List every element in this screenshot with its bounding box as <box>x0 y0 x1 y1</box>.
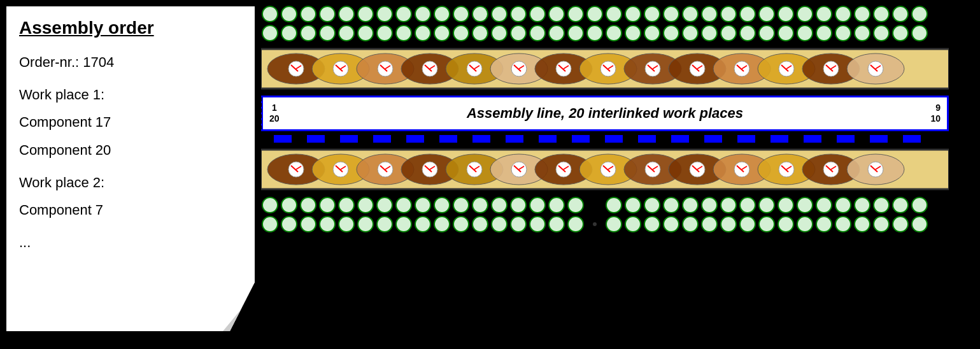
workplace2-label: Work place 2: <box>19 171 242 194</box>
svg-rect-143 <box>737 135 755 143</box>
svg-point-12 <box>377 6 392 22</box>
svg-point-0 <box>262 6 278 22</box>
svg-point-63 <box>855 25 870 41</box>
svg-point-11 <box>358 25 373 41</box>
svg-point-237 <box>530 217 545 232</box>
bottom-circles-svg <box>261 196 949 236</box>
svg-point-208 <box>262 197 278 213</box>
svg-rect-136 <box>506 135 523 143</box>
svg-point-248 <box>664 197 679 213</box>
svg-point-218 <box>358 197 373 213</box>
svg-point-213 <box>301 217 316 232</box>
svg-point-37 <box>606 25 621 41</box>
svg-point-55 <box>778 25 793 41</box>
svg-point-38 <box>625 6 641 22</box>
svg-rect-135 <box>472 135 490 143</box>
svg-rect-142 <box>704 135 722 143</box>
svg-point-275 <box>912 217 927 232</box>
svg-point-29 <box>530 25 545 41</box>
svg-point-13 <box>377 25 392 41</box>
svg-point-24 <box>492 6 507 22</box>
svg-point-40 <box>644 6 660 22</box>
svg-rect-147 <box>870 135 888 143</box>
svg-point-242 <box>606 197 621 213</box>
svg-point-230 <box>472 197 488 213</box>
svg-point-48 <box>721 6 736 22</box>
svg-point-264 <box>816 197 832 213</box>
svg-point-68 <box>912 6 927 22</box>
svg-point-28 <box>530 6 545 22</box>
svg-point-246 <box>644 197 660 213</box>
svg-point-233 <box>492 217 507 232</box>
workplace1-comp1: Component 17 <box>19 111 242 133</box>
svg-rect-134 <box>439 135 457 143</box>
svg-point-221 <box>377 217 392 232</box>
svg-point-238 <box>549 197 564 213</box>
blue-ticks-svg <box>261 135 949 143</box>
svg-point-51 <box>740 25 755 41</box>
svg-point-226 <box>434 197 450 213</box>
svg-point-47 <box>702 25 717 41</box>
svg-point-34 <box>587 6 602 22</box>
svg-point-54 <box>778 6 793 22</box>
svg-point-53 <box>759 25 774 41</box>
document-title: Assembly order <box>19 18 242 38</box>
band-number-right-bottom: 10 <box>930 113 941 124</box>
svg-point-69 <box>912 25 927 41</box>
svg-point-33 <box>568 25 583 41</box>
bottom-grid-rows <box>261 196 974 236</box>
svg-point-274 <box>912 197 927 213</box>
svg-point-227 <box>434 217 450 232</box>
svg-point-245 <box>625 217 641 232</box>
diagram-panel: 1 20 Assembly line, 20 interlinked work … <box>255 0 980 349</box>
svg-point-1 <box>262 25 278 41</box>
svg-point-270 <box>874 197 889 213</box>
svg-point-228 <box>453 197 469 213</box>
svg-point-65 <box>874 25 889 41</box>
svg-point-234 <box>511 197 526 213</box>
svg-point-61 <box>835 25 851 41</box>
svg-point-56 <box>797 6 813 22</box>
top-conveyor-svg <box>261 46 949 92</box>
svg-point-219 <box>358 217 373 232</box>
svg-point-260 <box>778 197 793 213</box>
svg-point-217 <box>339 217 354 232</box>
assembly-line-label: Assembly line, 20 interlinked work place… <box>286 105 925 122</box>
svg-point-23 <box>472 25 488 41</box>
svg-point-41 <box>644 25 660 41</box>
svg-point-5 <box>301 25 316 41</box>
svg-point-223 <box>396 217 411 232</box>
svg-point-42 <box>664 6 679 22</box>
top-circles-svg <box>261 5 949 42</box>
svg-point-265 <box>816 217 832 232</box>
svg-rect-131 <box>340 135 358 143</box>
svg-point-15 <box>396 25 411 41</box>
svg-point-244 <box>625 197 641 213</box>
svg-rect-146 <box>837 135 855 143</box>
svg-point-19 <box>434 25 450 41</box>
svg-point-45 <box>683 25 698 41</box>
svg-point-6 <box>320 6 335 22</box>
svg-point-263 <box>797 217 813 232</box>
svg-point-241 <box>568 217 583 232</box>
svg-point-60 <box>835 6 851 22</box>
svg-rect-138 <box>572 135 590 143</box>
svg-point-271 <box>874 217 889 232</box>
svg-point-27 <box>511 25 526 41</box>
top-conveyor <box>261 46 949 92</box>
svg-point-257 <box>740 217 755 232</box>
svg-point-3 <box>281 25 297 41</box>
svg-point-59 <box>816 25 832 41</box>
svg-point-25 <box>492 25 507 41</box>
svg-point-215 <box>320 217 335 232</box>
svg-rect-130 <box>307 135 325 143</box>
svg-point-261 <box>778 217 793 232</box>
svg-point-239 <box>549 217 564 232</box>
svg-point-2 <box>281 6 297 22</box>
svg-point-17 <box>415 25 430 41</box>
svg-point-247 <box>644 217 660 232</box>
svg-rect-133 <box>406 135 424 143</box>
document-panel: Assembly order Order-nr.: 1704 Work plac… <box>6 6 255 331</box>
svg-rect-141 <box>671 135 689 143</box>
svg-point-243 <box>606 217 621 232</box>
